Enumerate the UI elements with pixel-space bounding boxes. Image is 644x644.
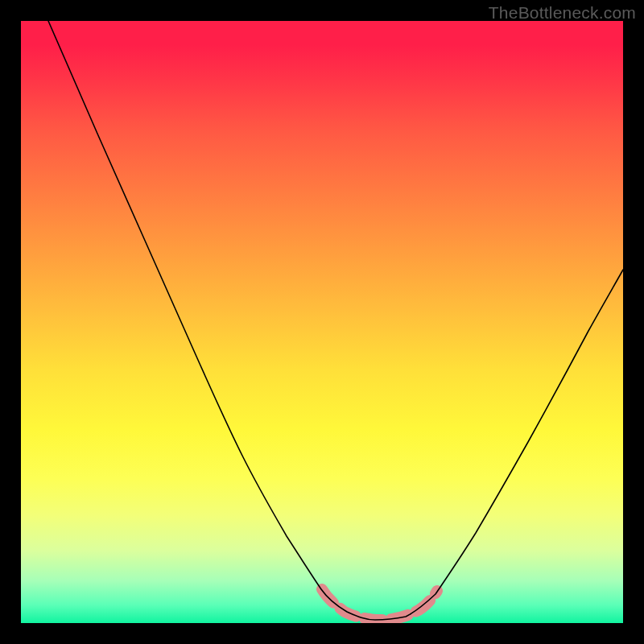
curve-svg xyxy=(21,21,623,623)
chart-frame: TheBottleneck.com xyxy=(0,0,644,644)
main-curve xyxy=(48,21,623,620)
plot-area xyxy=(21,21,623,623)
attribution-text: TheBottleneck.com xyxy=(489,3,636,23)
pink-dashed-segment xyxy=(322,589,437,620)
